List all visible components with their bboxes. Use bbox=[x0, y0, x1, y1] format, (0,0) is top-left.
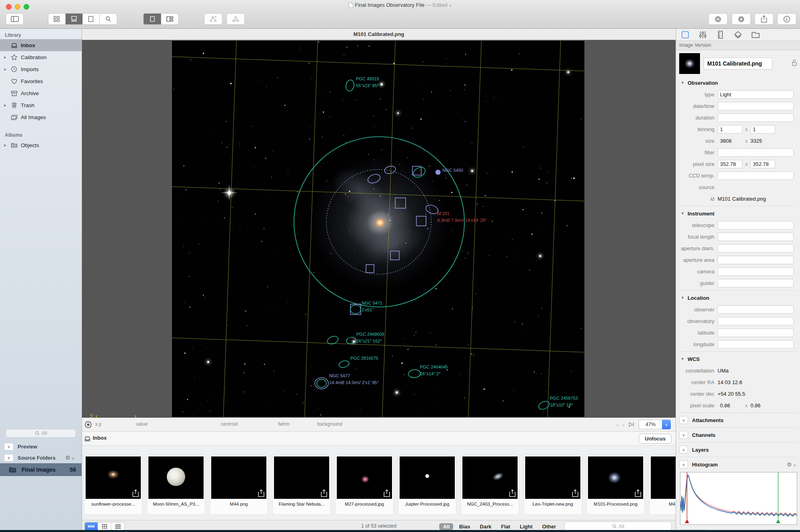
filter-flat[interactable]: Flat bbox=[497, 523, 514, 530]
split-layout-button[interactable] bbox=[161, 14, 178, 24]
zoom-dropdown-button[interactable]: ∨ bbox=[662, 420, 671, 429]
sidebar-item-trash[interactable]: ▶ Trash bbox=[0, 99, 82, 111]
disclosure-triangle-icon[interactable]: ▶ bbox=[4, 104, 9, 107]
section-location[interactable]: ▼Location bbox=[676, 292, 800, 304]
section-channels[interactable]: ∨ Channels bbox=[676, 429, 800, 441]
sidebar-item-favorites[interactable]: Favorites bbox=[0, 75, 82, 87]
focal-length-input[interactable] bbox=[718, 233, 794, 241]
chevron-up-icon[interactable]: ∧ bbox=[4, 454, 14, 462]
camera-input[interactable] bbox=[718, 267, 794, 276]
section-wcs[interactable]: ▼WCS bbox=[676, 353, 800, 365]
viewer-with-strip-button[interactable] bbox=[66, 14, 83, 24]
disclosure-triangle-icon[interactable]: ▶ bbox=[4, 68, 9, 71]
type-input[interactable] bbox=[718, 90, 794, 99]
version-thumbnail[interactable] bbox=[679, 53, 700, 74]
filter-dark[interactable]: Dark bbox=[476, 523, 495, 530]
disclosure-triangle-icon[interactable]: ▶ bbox=[4, 56, 9, 59]
observatory-input[interactable] bbox=[718, 317, 794, 325]
duration-input[interactable] bbox=[718, 114, 794, 122]
tab-adjustments[interactable] bbox=[697, 30, 709, 40]
share-button[interactable] bbox=[754, 13, 774, 25]
filter-bias[interactable]: Bias bbox=[456, 523, 474, 530]
thumbnail-ngc2403[interactable]: NGC_2403_Process... bbox=[461, 455, 519, 515]
sidebar-item-imports[interactable]: ▶ Imports bbox=[0, 63, 82, 75]
single-layout-button[interactable] bbox=[144, 14, 161, 24]
chevron-down-icon[interactable]: ∨ bbox=[4, 443, 14, 450]
info-button[interactable] bbox=[777, 13, 796, 25]
preview-section-toggle[interactable]: ∨ Preview bbox=[0, 441, 82, 452]
tab-measurements[interactable] bbox=[714, 30, 726, 40]
thumbnail-m101-processed[interactable]: M101-Processed.png bbox=[586, 455, 645, 515]
black-point-handle[interactable] bbox=[685, 519, 689, 523]
section-layers[interactable]: ∨ Layers bbox=[676, 444, 800, 456]
aperture-diam-input[interactable] bbox=[718, 244, 794, 253]
latitude-input[interactable] bbox=[718, 329, 794, 337]
observer-input[interactable] bbox=[718, 305, 794, 314]
image-viewer[interactable]: PGC 4991955"x23" 85° NGC 5450 M 1018.3mB… bbox=[82, 40, 676, 418]
thumbnail-m42[interactable]: M42_M... bbox=[649, 455, 676, 515]
browser-search-field[interactable]: All bbox=[564, 522, 672, 531]
gear-icon[interactable]: ⚙ ∨ bbox=[787, 461, 796, 468]
grid-view-button[interactable] bbox=[48, 14, 66, 24]
chevron-down-icon[interactable]: ∨ bbox=[679, 446, 688, 454]
loupe-button[interactable] bbox=[100, 14, 117, 24]
gear-icon[interactable]: ⚙ ∨ bbox=[65, 454, 74, 461]
chevron-up-icon[interactable]: ∧ bbox=[679, 460, 688, 468]
pixel-size-y-input[interactable] bbox=[750, 160, 775, 168]
tab-metadata[interactable] bbox=[679, 30, 691, 40]
source-folder-final-images[interactable]: Final Images 56 bbox=[0, 463, 82, 476]
thumbnail-leo-triplet[interactable]: Leo-Triplet-new.png bbox=[524, 455, 582, 515]
histogram-plot[interactable] bbox=[680, 472, 797, 525]
zoom-level-field[interactable]: 47% bbox=[639, 420, 662, 429]
download-button[interactable] bbox=[732, 13, 751, 25]
target-icon[interactable] bbox=[84, 421, 92, 428]
thumbnail-m44[interactable]: M44.png bbox=[210, 455, 268, 515]
aperture-area-input[interactable] bbox=[718, 256, 794, 264]
filter-other[interactable]: Other bbox=[538, 523, 560, 530]
section-attachments[interactable]: ∨ Attachments bbox=[676, 414, 800, 426]
toggle-sidebar-button[interactable] bbox=[6, 13, 24, 25]
datetime-input[interactable] bbox=[718, 102, 794, 110]
tab-layers[interactable] bbox=[732, 30, 744, 40]
filter-light[interactable]: Light bbox=[516, 523, 536, 530]
sidebar-item-archive[interactable]: Archive bbox=[0, 87, 82, 99]
longitude-input[interactable] bbox=[718, 340, 794, 349]
title-chevron-icon[interactable]: ∨ bbox=[449, 3, 452, 8]
sidebar-item-objects[interactable]: ▶ Objects bbox=[0, 139, 82, 151]
telescope-input[interactable] bbox=[718, 221, 794, 229]
section-histogram[interactable]: ∧ Histogram ⚙ ∨ bbox=[676, 458, 800, 470]
pixel-size-x-input[interactable] bbox=[718, 160, 742, 168]
sidebar-item-calibration[interactable]: ▶ Calibration bbox=[0, 51, 82, 63]
thumbnail-jupiter[interactable]: Juipter Processed.jpg bbox=[398, 455, 456, 515]
binning-x-input[interactable] bbox=[718, 125, 742, 133]
disclosure-triangle-icon[interactable]: ▶ bbox=[4, 143, 9, 147]
previous-image-button[interactable]: ‹ bbox=[616, 421, 618, 428]
unfocus-button[interactable]: Unfocus bbox=[639, 434, 672, 444]
sidebar-search-field[interactable]: All bbox=[6, 429, 76, 438]
sky-image[interactable]: PGC 4991955"x23" 85° NGC 5450 M 1018.3mB… bbox=[172, 41, 584, 417]
thumbnail-sunflower[interactable]: sunflower-processe... bbox=[84, 455, 142, 515]
chevron-down-icon[interactable]: ∨ bbox=[679, 416, 688, 424]
next-image-button[interactable]: › bbox=[622, 421, 624, 428]
sidebar-item-inbox[interactable]: Inbox bbox=[0, 39, 82, 51]
version-name-field[interactable] bbox=[704, 58, 772, 70]
white-point-handle[interactable] bbox=[776, 519, 780, 523]
thumbnail-flaming-star[interactable]: Flaming Star Nebula... bbox=[272, 455, 331, 515]
add-annotation-button[interactable] bbox=[204, 13, 222, 25]
thumbnail-moon[interactable]: Moon 60mm_AS_P3... bbox=[147, 455, 205, 515]
reject-button[interactable] bbox=[708, 13, 728, 25]
play-to-end-icon[interactable] bbox=[628, 422, 635, 427]
guider-input[interactable] bbox=[718, 279, 794, 287]
chevron-down-icon[interactable]: ∨ bbox=[679, 431, 688, 439]
ccd-temp-input[interactable] bbox=[718, 171, 794, 180]
source-folders-section-toggle[interactable]: ∧ Source Folders ⚙ ∨ bbox=[0, 452, 82, 463]
thumbnail-strip[interactable]: sunflower-processe... Moon 60mm_AS_P3...… bbox=[82, 446, 676, 520]
binning-y-input[interactable] bbox=[750, 125, 775, 133]
section-instrument[interactable]: ▼Instrument bbox=[676, 207, 800, 219]
thumbnail-m27[interactable]: M27-processed.jpg bbox=[335, 455, 394, 515]
single-viewer-button[interactable] bbox=[83, 14, 100, 24]
sidebar-item-all-images[interactable]: All Images bbox=[0, 111, 82, 123]
tab-files[interactable] bbox=[750, 30, 762, 40]
lock-unlocked-icon[interactable] bbox=[792, 59, 797, 66]
filter-all[interactable]: All bbox=[439, 523, 453, 530]
